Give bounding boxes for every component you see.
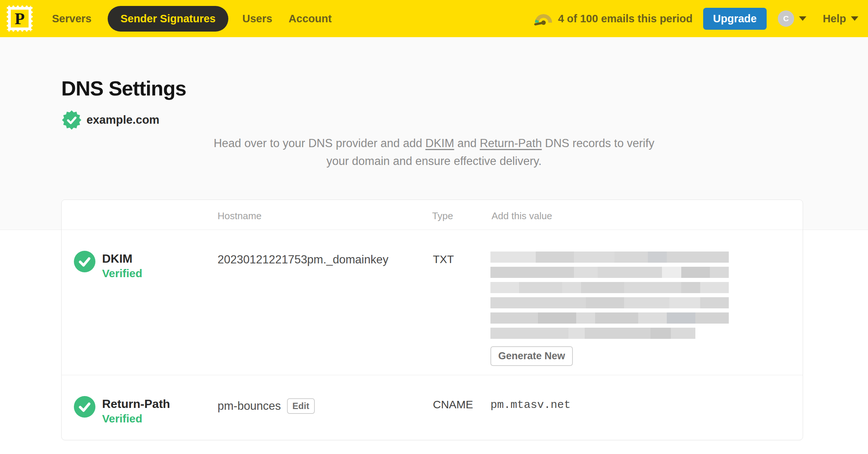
dkim-link[interactable]: DKIM: [425, 137, 454, 150]
description-text: Head over to your DNS provider and add: [213, 137, 425, 150]
record-value-cell: Generate New: [490, 252, 730, 366]
verified-seal-icon: [62, 110, 82, 130]
check-circle-icon: [74, 251, 95, 272]
nav-item-account[interactable]: Account: [288, 13, 332, 25]
domain-name: example.com: [87, 113, 159, 127]
column-header-value: Add this value: [492, 210, 552, 222]
record-hostname: 20230121221753pm._domainkey: [218, 253, 388, 266]
help-label: Help: [823, 13, 846, 25]
record-type: CNAME: [433, 398, 473, 411]
record-verified-badge: Verified: [102, 266, 142, 281]
record-hostname: pm-bounces: [218, 399, 281, 413]
page-title: DNS Settings: [61, 77, 186, 100]
main-content: DNS Settings example.com Head over to yo…: [0, 37, 868, 454]
record-name: Return-Path: [102, 397, 170, 411]
nav-item-sender-signatures[interactable]: Sender Signatures: [108, 6, 228, 32]
nav-item-servers[interactable]: Servers: [52, 13, 91, 25]
column-header-type: Type: [432, 210, 453, 222]
top-navbar: P Servers Sender Signatures Users Accoun…: [0, 0, 868, 37]
postmark-logo[interactable]: P: [5, 4, 34, 33]
edit-button[interactable]: Edit: [287, 398, 315, 414]
page-description: Head over to your DNS provider and add D…: [202, 134, 666, 170]
avatar[interactable]: C: [778, 10, 794, 27]
generate-new-button[interactable]: Generate New: [490, 346, 573, 366]
usage-text: 4 of 100 emails this period: [558, 13, 693, 25]
return-path-link[interactable]: Return-Path: [480, 137, 542, 150]
record-value: pm.mtasv.net: [490, 399, 730, 411]
nav-item-users[interactable]: Users: [242, 13, 273, 25]
svg-text:P: P: [15, 10, 25, 28]
caret-down-icon: [851, 16, 858, 21]
record-name: DKIM: [102, 252, 142, 266]
record-hostname-cell: pm-bounces Edit: [218, 398, 315, 414]
table-header-row: Hostname Type Add this value: [62, 200, 803, 230]
primary-nav: Servers Sender Signatures Users Account: [52, 6, 348, 32]
column-header-hostname: Hostname: [218, 210, 262, 222]
table-row-return-path: Return-Path Verified pm-bounces Edit CNA…: [62, 375, 803, 439]
upgrade-button[interactable]: Upgrade: [703, 8, 767, 30]
check-circle-icon: [74, 396, 95, 418]
description-text: and: [454, 137, 480, 150]
dns-records-card: Hostname Type Add this value DKIM Verifi…: [61, 200, 803, 440]
postmark-stamp-icon: P: [5, 4, 34, 33]
help-menu[interactable]: Help: [823, 13, 858, 25]
account-menu[interactable]: C: [778, 10, 806, 27]
caret-down-icon: [799, 16, 806, 21]
table-row-dkim: DKIM Verified 20230121221753pm._domainke…: [62, 230, 803, 375]
redacted-dns-value: [490, 252, 729, 339]
record-type: TXT: [433, 253, 454, 266]
usage-gauge-icon: [534, 11, 553, 26]
record-status-cell: DKIM Verified: [74, 251, 142, 281]
record-status-cell: Return-Path Verified: [74, 396, 170, 427]
verified-domain: example.com: [62, 110, 159, 130]
record-verified-badge: Verified: [102, 411, 170, 427]
navbar-right: 4 of 100 emails this period Upgrade C He…: [534, 8, 868, 30]
